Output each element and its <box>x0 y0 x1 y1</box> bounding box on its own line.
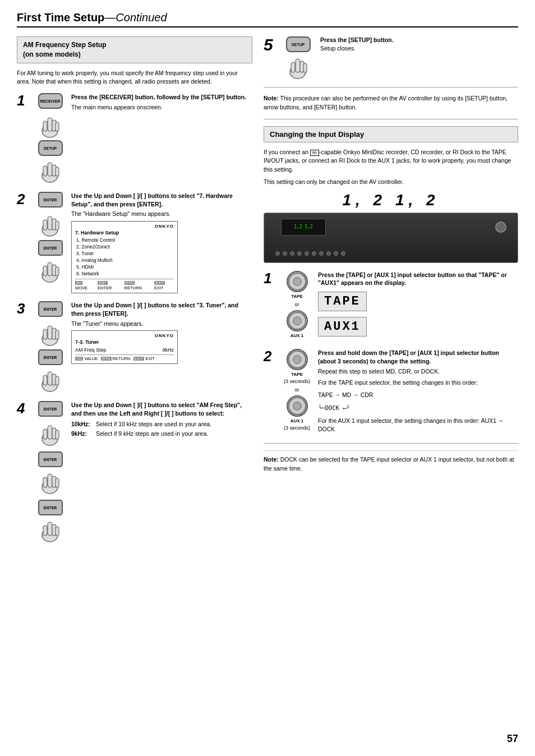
step-3-desc: The "Tuner" menu appears. <box>71 320 252 329</box>
changing-input-title: Changing the Input Display <box>270 130 512 139</box>
subitem-9khz-desc: Select if 9 kHz steps are used in your a… <box>96 430 208 438</box>
main-layout: AM Frequency Step Setup(on some models) … <box>17 36 518 551</box>
receiver-image: 1,2 1,2 <box>264 213 518 263</box>
or-text-r1: or <box>294 302 299 307</box>
step-2-icons: ENTER ENTER <box>35 192 66 284</box>
menu-item-zone: 2. Zone2/Zone3 <box>75 243 174 250</box>
right-step-2-title: Press and hold down the [TAPE] or [AUX 1… <box>318 349 518 365</box>
svg-rect-46 <box>296 59 300 72</box>
enter-button-icon-3a: ENTER <box>38 301 63 317</box>
aux1-label-r1: AUX 1 <box>290 333 304 338</box>
svg-rect-37 <box>43 477 47 487</box>
changing-input-intro1: If you connect an RI-capable Onkyo MiniD… <box>264 148 518 174</box>
hand-icon-4a <box>38 419 63 447</box>
note-2-label: Note: <box>264 456 279 463</box>
right-step-2-desc2: For the TAPE input selector, the setting… <box>318 379 518 388</box>
dot-4 <box>297 251 302 256</box>
onkyo-logo-2: ONKYO <box>155 224 174 229</box>
svg-rect-4 <box>56 122 59 131</box>
tuner-menu: ONKYO 7-3. Tuner AM Freq Step 9kHz CD VA… <box>71 330 178 364</box>
svg-rect-27 <box>43 375 47 385</box>
subitem-10khz-key: 10kHz: <box>71 420 93 428</box>
svg-point-53 <box>293 316 301 324</box>
svg-rect-31 <box>48 426 52 439</box>
svg-rect-29 <box>56 376 59 385</box>
note-1-text: This procedure can also be performed on … <box>264 95 508 110</box>
footer-return: RTN RETURN <box>124 280 151 291</box>
receiver-dots <box>275 251 345 256</box>
arrow-flow-tape2: └─DOCK ←┘ <box>318 403 518 413</box>
svg-rect-47 <box>291 62 295 72</box>
enter-button-icon-4b: ENTER <box>38 451 63 467</box>
aux1-button-2 <box>287 395 308 417</box>
step-1: 1 RECEIVER SETUP <box>17 93 252 184</box>
changing-input-section-box: Changing the Input Display <box>264 126 518 142</box>
am-freq-title: AM Frequency Step Setup(on some models) <box>23 40 246 59</box>
arrow-flow-tape: TAPE → MD → CDR <box>318 390 518 400</box>
step-5: 5 SETUP Press the [SETUP] button. Setup … <box>264 36 518 80</box>
right-step-2-desc1: Repeat this step to select MD, CDR, or D… <box>318 367 518 376</box>
footer-exit: EXIT EXIT <box>154 280 174 291</box>
step-1-desc: The main menu appears onscreen. <box>71 103 252 112</box>
receiver-button-icon: RECEIVER <box>38 93 63 109</box>
step-5-number: 5 <box>264 36 276 53</box>
hand-icon-1b <box>38 156 63 184</box>
right-step-1-title: Press the [TAPE] or [AUX 1] input select… <box>318 271 518 287</box>
step-3-number: 3 <box>17 301 29 316</box>
step-2-content: Use the Up and Down [ ]/[ ] buttons to s… <box>71 192 252 293</box>
hand-icon-1a <box>38 111 63 139</box>
step-4-icons: ENTER ENTER ENTER <box>35 401 66 543</box>
page-header: First Time Setup—Continued <box>17 11 518 27</box>
dot-3 <box>290 251 294 256</box>
svg-rect-36 <box>48 474 52 487</box>
menu-item-remote: 1. Remote Control <box>75 237 174 243</box>
note-1: Note: This procedure can also be perform… <box>264 94 518 112</box>
step-4-number: 4 <box>17 401 29 416</box>
subitem-10khz: 10kHz: Select if 10 kHz steps are used i… <box>71 420 252 428</box>
receiver-display-text: 1,2 1,2 <box>294 224 313 229</box>
step-1-title: Press the [RECEIVER] button, followed by… <box>71 93 252 102</box>
am-freq-value: 9kHz <box>162 347 174 353</box>
menu-footer-2: AV MOVE ENT ENTER RTN RETURN EXIT EXIT <box>75 279 174 291</box>
right-step-1-number: 1 <box>264 271 276 285</box>
svg-point-57 <box>293 402 301 410</box>
tape-button-1 <box>287 271 308 292</box>
menu-item-hdmi: 5. HDMI <box>75 264 174 270</box>
seconds-label-r2a: (3 seconds) <box>284 379 310 384</box>
hand-icon-3b <box>38 365 63 393</box>
step-3-content: Use the Up and Down [ ]/[ ] buttons to s… <box>71 301 252 364</box>
tuner-menu-footer: CD VALUE RTN RETURN EXIT EXIT <box>75 354 174 361</box>
svg-rect-14 <box>56 221 59 230</box>
dot-1 <box>275 251 280 256</box>
step-5-desc: Setup closes. <box>320 45 394 52</box>
hand-icon-2b <box>38 256 63 284</box>
step-3: 3 ENTER ENTER <box>17 301 252 393</box>
subtitle-text: —Continued <box>104 11 167 24</box>
svg-rect-11 <box>48 216 52 230</box>
changing-input-intro2: This setting can only be changed on the … <box>264 178 518 187</box>
lcd-tape: TAPE <box>318 292 367 311</box>
footer-value: CD VALUE <box>75 356 98 361</box>
lcd-aux1: AUX1 <box>318 317 367 336</box>
subitem-10khz-desc: Select if 10 kHz steps are used in your … <box>96 420 211 428</box>
svg-rect-44 <box>56 527 59 536</box>
right-column: 5 SETUP Press the [SETUP] button. Setup … <box>264 36 518 551</box>
step-2-number: 2 <box>17 192 29 206</box>
svg-rect-39 <box>56 478 59 487</box>
divider-2 <box>264 119 518 119</box>
step-3-title: Use the Up and Down [ ]/[ ] buttons to s… <box>71 301 252 317</box>
step-1-number: 1 <box>17 93 29 108</box>
page-number: 57 <box>507 733 518 745</box>
right-step-1-icons: TAPE or AUX 1 <box>282 271 312 338</box>
left-column: AM Frequency Step Setup(on some models) … <box>17 36 252 551</box>
footer-return-3: RTN RETURN <box>101 356 130 361</box>
svg-rect-21 <box>48 326 52 339</box>
step-4: 4 ENTER ENTER ENTER <box>17 401 252 543</box>
seconds-label-r2b: (3 seconds) <box>284 425 310 431</box>
aux1-label-r2: AUX 1 <box>290 418 304 423</box>
hardware-setup-menu: ONKYO 7. Hardware Setup 1. Remote Contro… <box>71 221 178 293</box>
step-2: 2 ENTER ENTER <box>17 192 252 293</box>
tuner-section-label: 7-3. Tuner <box>75 339 174 345</box>
right-step-2-content: Press and hold down the [TAPE] or [AUX 1… <box>318 349 518 434</box>
dot-5 <box>305 251 309 256</box>
